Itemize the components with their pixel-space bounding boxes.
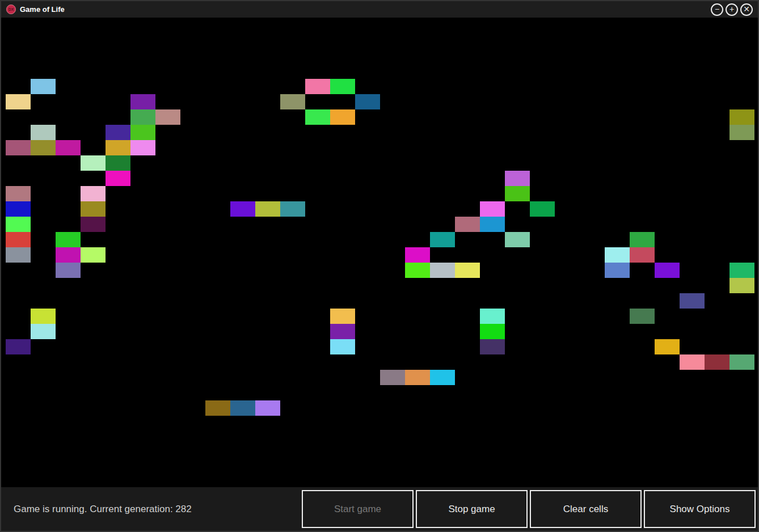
show-options-button[interactable]: Show Options — [644, 490, 756, 528]
button-row: Start game Stop game Clear cells Show Op… — [302, 490, 756, 528]
minimize-button[interactable]: − — [711, 3, 723, 16]
life-cell[interactable] — [106, 171, 130, 186]
life-cell[interactable] — [56, 232, 81, 247]
title-bar: DX Game of Life − + ✕ — [1, 1, 758, 18]
life-cell[interactable] — [255, 400, 280, 416]
minimize-icon: − — [715, 5, 719, 13]
window-title: Game of Life — [20, 5, 65, 14]
close-icon: ✕ — [743, 5, 750, 13]
life-cell[interactable] — [305, 79, 330, 94]
life-cell[interactable] — [81, 201, 106, 217]
life-cell[interactable] — [6, 339, 31, 354]
life-cell[interactable] — [430, 232, 455, 247]
status-bar: Game is running. Current generation: 282… — [1, 487, 758, 531]
life-cell[interactable] — [630, 309, 655, 324]
life-cell[interactable] — [405, 263, 430, 278]
life-cell[interactable] — [405, 370, 430, 385]
life-cell[interactable] — [130, 109, 155, 125]
life-cell[interactable] — [230, 400, 255, 416]
life-cell[interactable] — [6, 94, 31, 109]
life-cell[interactable] — [530, 201, 555, 217]
life-cell[interactable] — [330, 309, 355, 324]
life-cell[interactable] — [480, 309, 505, 324]
life-cell[interactable] — [730, 278, 754, 293]
life-cell[interactable] — [655, 263, 680, 278]
life-cell[interactable] — [380, 370, 405, 385]
life-cell[interactable] — [255, 201, 280, 217]
life-cell[interactable] — [280, 94, 305, 109]
life-cell[interactable] — [81, 155, 106, 171]
life-cell[interactable] — [505, 171, 530, 186]
life-cell[interactable] — [605, 263, 630, 278]
life-cell[interactable] — [430, 370, 455, 385]
life-cell[interactable] — [81, 247, 106, 263]
life-cell[interactable] — [205, 400, 230, 416]
maximize-button[interactable]: + — [726, 3, 738, 16]
life-cell[interactable] — [355, 94, 380, 109]
life-cell[interactable] — [6, 186, 31, 201]
life-cell[interactable] — [6, 201, 31, 217]
close-button[interactable]: ✕ — [740, 3, 753, 16]
life-cell[interactable] — [6, 217, 31, 232]
life-cell[interactable] — [106, 155, 130, 171]
life-cell[interactable] — [505, 232, 530, 247]
life-cell[interactable] — [730, 109, 754, 125]
life-cell[interactable] — [56, 247, 81, 263]
life-cell[interactable] — [130, 125, 155, 140]
life-cell[interactable] — [130, 94, 155, 109]
life-cell[interactable] — [480, 324, 505, 339]
life-cell[interactable] — [605, 247, 630, 263]
life-cell[interactable] — [230, 201, 255, 217]
life-cell[interactable] — [455, 263, 480, 278]
life-cell[interactable] — [480, 201, 505, 217]
app-icon: DX — [6, 5, 16, 14]
life-cell[interactable] — [155, 109, 180, 125]
life-cell[interactable] — [655, 339, 680, 354]
life-cell[interactable] — [31, 79, 56, 94]
life-cell[interactable] — [330, 79, 355, 94]
life-cell[interactable] — [680, 354, 705, 370]
life-cell[interactable] — [81, 217, 106, 232]
life-cell[interactable] — [31, 324, 56, 339]
game-of-life-window: DX Game of Life − + ✕ Game is running. C… — [0, 0, 759, 532]
life-cell[interactable] — [730, 263, 754, 278]
life-cell[interactable] — [405, 247, 430, 263]
life-cell[interactable] — [81, 186, 106, 201]
life-cell[interactable] — [705, 354, 730, 370]
life-cell[interactable] — [106, 140, 130, 155]
life-cell[interactable] — [6, 247, 31, 263]
life-cell[interactable] — [106, 125, 130, 140]
life-cell[interactable] — [330, 324, 355, 339]
life-cell[interactable] — [305, 109, 330, 125]
life-cell[interactable] — [630, 247, 655, 263]
life-cell[interactable] — [31, 309, 56, 324]
life-cell[interactable] — [330, 339, 355, 354]
life-cell[interactable] — [480, 339, 505, 354]
game-grid[interactable] — [1, 18, 758, 487]
life-cell[interactable] — [56, 140, 81, 155]
maximize-icon: + — [730, 5, 734, 13]
life-cell[interactable] — [31, 140, 56, 155]
status-text: Game is running. Current generation: 282 — [14, 504, 192, 515]
life-cell[interactable] — [455, 217, 480, 232]
window-controls: − + ✕ — [711, 3, 753, 16]
life-cell[interactable] — [730, 125, 754, 140]
life-cell[interactable] — [280, 201, 305, 217]
life-cell[interactable] — [130, 140, 155, 155]
life-cell[interactable] — [31, 125, 56, 140]
start-game-button[interactable]: Start game — [302, 490, 414, 528]
life-cell[interactable] — [330, 109, 355, 125]
life-cell[interactable] — [680, 293, 705, 309]
life-cell[interactable] — [730, 354, 754, 370]
clear-cells-button[interactable]: Clear cells — [530, 490, 642, 528]
life-cell[interactable] — [56, 263, 81, 278]
life-cell[interactable] — [630, 232, 655, 247]
life-cell[interactable] — [480, 217, 505, 232]
life-cell[interactable] — [430, 263, 455, 278]
life-cell[interactable] — [6, 140, 31, 155]
stop-game-button[interactable]: Stop game — [416, 490, 528, 528]
life-cell[interactable] — [6, 232, 31, 247]
life-cell[interactable] — [505, 186, 530, 201]
